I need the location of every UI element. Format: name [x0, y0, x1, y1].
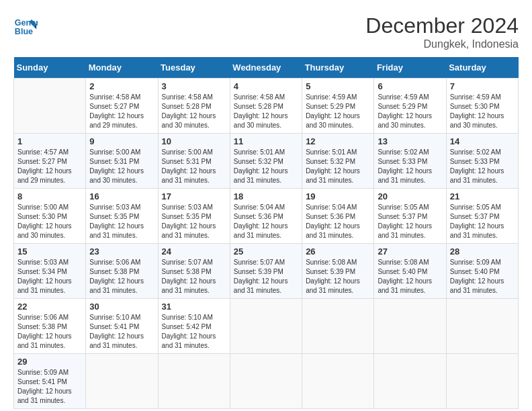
calendar-cell [302, 354, 374, 409]
day-info: Sunrise: 5:01 AM Sunset: 5:32 PM Dayligh… [306, 148, 360, 184]
day-info: Sunrise: 5:04 AM Sunset: 5:36 PM Dayligh… [234, 203, 288, 239]
day-number: 24 [162, 246, 226, 257]
calendar-cell [446, 299, 518, 354]
calendar-cell: 18 Sunrise: 5:04 AM Sunset: 5:36 PM Dayl… [230, 189, 302, 244]
day-number: 14 [450, 136, 515, 146]
calendar-cell [230, 299, 302, 354]
day-number: 17 [162, 191, 226, 201]
calendar-cell [446, 354, 518, 409]
calendar-cell: 6 Sunrise: 4:59 AM Sunset: 5:29 PM Dayli… [374, 79, 446, 134]
title-area: December 2024 Dungkek, Indonesia [365, 13, 519, 50]
calendar-cell: 20 Sunrise: 5:05 AM Sunset: 5:37 PM Dayl… [374, 189, 446, 244]
day-number: 2 [89, 81, 154, 91]
calendar-cell: 19 Sunrise: 5:04 AM Sunset: 5:36 PM Dayl… [302, 189, 374, 244]
day-info: Sunrise: 5:10 AM Sunset: 5:42 PM Dayligh… [162, 314, 216, 349]
calendar-cell [86, 354, 158, 409]
day-number: 7 [450, 81, 515, 91]
day-info: Sunrise: 4:59 AM Sunset: 5:29 PM Dayligh… [378, 93, 432, 129]
day-info: Sunrise: 4:58 AM Sunset: 5:28 PM Dayligh… [162, 93, 216, 129]
day-info: Sunrise: 5:04 AM Sunset: 5:36 PM Dayligh… [306, 203, 360, 239]
calendar-cell: 15 Sunrise: 5:03 AM Sunset: 5:34 PM Dayl… [14, 244, 86, 299]
calendar-week-row: 1 Sunrise: 4:57 AM Sunset: 5:27 PM Dayli… [14, 134, 519, 189]
day-info: Sunrise: 5:09 AM Sunset: 5:41 PM Dayligh… [17, 369, 72, 404]
calendar-week-row: 2 Sunrise: 4:58 AM Sunset: 5:27 PM Dayli… [14, 79, 519, 134]
calendar-cell: 4 Sunrise: 4:58 AM Sunset: 5:28 PM Dayli… [230, 79, 302, 134]
day-info: Sunrise: 5:05 AM Sunset: 5:37 PM Dayligh… [450, 203, 504, 239]
day-number: 12 [306, 136, 370, 146]
day-number: 25 [234, 246, 298, 257]
calendar-cell: 14 Sunrise: 5:02 AM Sunset: 5:33 PM Dayl… [446, 134, 518, 189]
calendar-cell: 10 Sunrise: 5:00 AM Sunset: 5:31 PM Dayl… [158, 134, 230, 189]
calendar-cell [158, 354, 230, 409]
calendar-cell: 13 Sunrise: 5:02 AM Sunset: 5:33 PM Dayl… [374, 134, 446, 189]
weekday-header-sunday: Sunday [14, 57, 86, 79]
day-info: Sunrise: 5:02 AM Sunset: 5:33 PM Dayligh… [378, 148, 432, 184]
weekday-header-thursday: Thursday [302, 57, 374, 79]
day-info: Sunrise: 5:06 AM Sunset: 5:38 PM Dayligh… [17, 314, 72, 349]
calendar-cell [374, 299, 446, 354]
calendar-week-row: 22 Sunrise: 5:06 AM Sunset: 5:38 PM Dayl… [14, 299, 519, 354]
calendar-week-row: 15 Sunrise: 5:03 AM Sunset: 5:34 PM Dayl… [14, 244, 519, 299]
header: General Blue December 2024 Dungkek, Indo… [13, 13, 519, 50]
calendar-cell: 9 Sunrise: 5:00 AM Sunset: 5:31 PM Dayli… [86, 134, 158, 189]
day-info: Sunrise: 5:03 AM Sunset: 5:35 PM Dayligh… [162, 203, 216, 239]
day-number: 5 [306, 81, 370, 91]
day-info: Sunrise: 5:00 AM Sunset: 5:31 PM Dayligh… [162, 148, 216, 184]
day-number: 29 [17, 357, 82, 367]
day-info: Sunrise: 5:08 AM Sunset: 5:39 PM Dayligh… [306, 259, 360, 294]
calendar-cell [230, 354, 302, 409]
day-number: 28 [450, 246, 515, 257]
location: Dungkek, Indonesia [365, 38, 519, 50]
day-info: Sunrise: 4:59 AM Sunset: 5:30 PM Dayligh… [450, 93, 504, 129]
calendar-table: SundayMondayTuesdayWednesdayThursdayFrid… [13, 57, 519, 409]
month-title: December 2024 [365, 13, 519, 38]
calendar-cell: 30 Sunrise: 5:10 AM Sunset: 5:41 PM Dayl… [86, 299, 158, 354]
day-number: 16 [89, 191, 154, 201]
calendar-cell: 2 Sunrise: 4:58 AM Sunset: 5:27 PM Dayli… [86, 79, 158, 134]
day-number: 9 [89, 136, 154, 146]
day-number: 6 [378, 81, 442, 91]
day-info: Sunrise: 4:58 AM Sunset: 5:28 PM Dayligh… [234, 93, 288, 129]
calendar-cell [14, 79, 86, 134]
day-info: Sunrise: 5:02 AM Sunset: 5:33 PM Dayligh… [450, 148, 504, 184]
day-info: Sunrise: 5:00 AM Sunset: 5:30 PM Dayligh… [17, 203, 72, 239]
weekday-header-wednesday: Wednesday [230, 57, 302, 79]
day-number: 13 [378, 136, 442, 146]
weekday-header-friday: Friday [374, 57, 446, 79]
day-info: Sunrise: 5:05 AM Sunset: 5:37 PM Dayligh… [378, 203, 432, 239]
calendar-cell: 22 Sunrise: 5:06 AM Sunset: 5:38 PM Dayl… [14, 299, 86, 354]
calendar-cell: 11 Sunrise: 5:01 AM Sunset: 5:32 PM Dayl… [230, 134, 302, 189]
logo: General Blue [13, 13, 38, 38]
calendar-cell: 25 Sunrise: 5:07 AM Sunset: 5:39 PM Dayl… [230, 244, 302, 299]
day-info: Sunrise: 5:08 AM Sunset: 5:40 PM Dayligh… [378, 259, 432, 294]
day-info: Sunrise: 5:00 AM Sunset: 5:31 PM Dayligh… [89, 148, 144, 184]
day-info: Sunrise: 5:06 AM Sunset: 5:38 PM Dayligh… [89, 259, 144, 294]
day-number: 3 [162, 81, 226, 91]
day-info: Sunrise: 5:09 AM Sunset: 5:40 PM Dayligh… [450, 259, 504, 294]
calendar-week-row: 29 Sunrise: 5:09 AM Sunset: 5:41 PM Dayl… [14, 354, 519, 409]
day-info: Sunrise: 5:10 AM Sunset: 5:41 PM Dayligh… [89, 314, 144, 349]
calendar-cell: 23 Sunrise: 5:06 AM Sunset: 5:38 PM Dayl… [86, 244, 158, 299]
day-number: 8 [17, 191, 82, 201]
logo-icon: General Blue [13, 13, 38, 38]
calendar-cell: 1 Sunrise: 4:57 AM Sunset: 5:27 PM Dayli… [14, 134, 86, 189]
day-info: Sunrise: 4:59 AM Sunset: 5:29 PM Dayligh… [306, 93, 360, 129]
day-number: 19 [306, 191, 370, 201]
day-info: Sunrise: 5:03 AM Sunset: 5:34 PM Dayligh… [17, 259, 72, 294]
day-number: 1 [17, 136, 82, 146]
day-info: Sunrise: 5:07 AM Sunset: 5:39 PM Dayligh… [234, 259, 288, 294]
day-info: Sunrise: 4:57 AM Sunset: 5:27 PM Dayligh… [17, 148, 72, 184]
calendar-cell: 5 Sunrise: 4:59 AM Sunset: 5:29 PM Dayli… [302, 79, 374, 134]
calendar-cell: 27 Sunrise: 5:08 AM Sunset: 5:40 PM Dayl… [374, 244, 446, 299]
day-number: 23 [89, 246, 154, 257]
day-number: 11 [234, 136, 298, 146]
day-number: 27 [378, 246, 442, 257]
day-info: Sunrise: 5:03 AM Sunset: 5:35 PM Dayligh… [89, 203, 144, 239]
weekday-header-row: SundayMondayTuesdayWednesdayThursdayFrid… [14, 57, 519, 79]
calendar-cell: 8 Sunrise: 5:00 AM Sunset: 5:30 PM Dayli… [14, 189, 86, 244]
calendar-week-row: 8 Sunrise: 5:00 AM Sunset: 5:30 PM Dayli… [14, 189, 519, 244]
day-info: Sunrise: 5:07 AM Sunset: 5:38 PM Dayligh… [162, 259, 216, 294]
calendar-cell: 7 Sunrise: 4:59 AM Sunset: 5:30 PM Dayli… [446, 79, 518, 134]
day-number: 4 [234, 81, 298, 91]
day-number: 26 [306, 246, 370, 257]
